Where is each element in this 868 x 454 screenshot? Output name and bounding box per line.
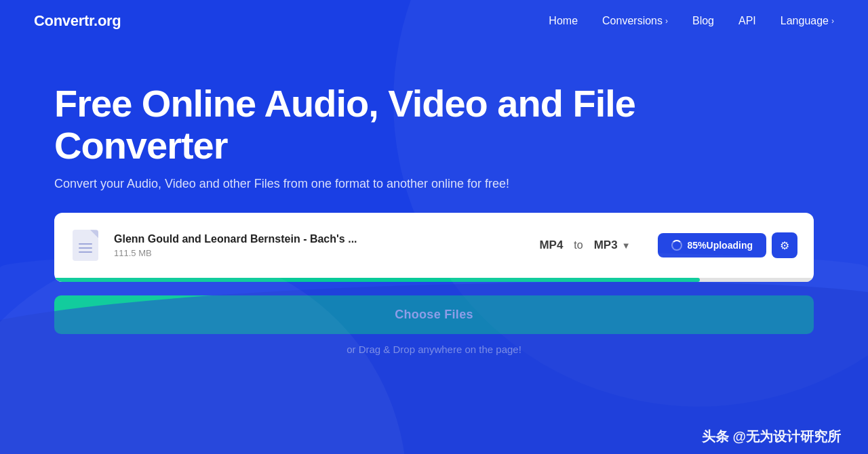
- file-icon-wrap: [71, 228, 100, 263]
- watermark: 头条 @无为设计研究所: [702, 428, 841, 446]
- chevron-right-icon: ›: [665, 16, 668, 26]
- file-icon: [73, 230, 98, 261]
- chevron-right-icon-lang: ›: [831, 16, 834, 26]
